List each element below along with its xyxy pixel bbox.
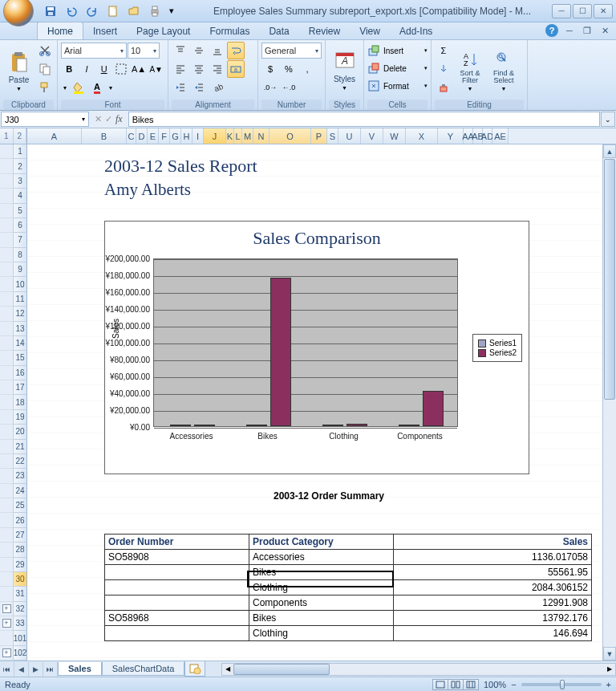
- insert-cells-button[interactable]: Insert▾: [367, 42, 428, 59]
- cell-order[interactable]: [105, 595, 249, 611]
- cell-order[interactable]: SO58908: [105, 550, 249, 565]
- fill-color-dropdown[interactable]: ▾: [61, 79, 69, 96]
- font-name-combo[interactable]: Arial▾: [61, 43, 127, 59]
- cell-order[interactable]: [105, 626, 249, 641]
- zoom-in-icon[interactable]: +: [606, 680, 611, 689]
- row-header-32[interactable]: 32: [14, 602, 27, 616]
- underline-icon[interactable]: U: [95, 60, 112, 78]
- minimize-button[interactable]: ─: [552, 4, 571, 18]
- row-header-28[interactable]: 28: [14, 543, 27, 557]
- row-header-15[interactable]: 15: [14, 351, 27, 365]
- scroll-up-icon[interactable]: ▲: [603, 144, 616, 158]
- tab-review[interactable]: Review: [299, 22, 350, 39]
- open-icon[interactable]: [125, 2, 143, 20]
- wrap-text-icon[interactable]: [227, 42, 245, 59]
- row-header-27[interactable]: 27: [14, 528, 27, 543]
- format-cells-button[interactable]: Format▾: [367, 77, 428, 95]
- close-doc-icon[interactable]: ✕: [598, 24, 611, 37]
- row-header-9[interactable]: 9: [14, 262, 27, 277]
- align-right-icon[interactable]: [209, 60, 226, 78]
- scroll-left-icon[interactable]: ◀: [222, 664, 233, 675]
- column-header-Y[interactable]: Y: [438, 128, 464, 144]
- cell-category[interactable]: Accessories: [249, 550, 394, 565]
- number-format-combo[interactable]: General▾: [261, 43, 322, 59]
- column-header-AE[interactable]: AE: [492, 128, 509, 144]
- row-header-18[interactable]: 18: [14, 395, 27, 409]
- outline-expand-icon[interactable]: +: [2, 648, 11, 657]
- row-header-33[interactable]: 33: [14, 616, 27, 631]
- bold-icon[interactable]: B: [61, 60, 78, 78]
- select-all-corner[interactable]: 12: [0, 128, 27, 144]
- cell-category[interactable]: Clothing: [249, 626, 394, 641]
- prev-sheet-icon[interactable]: ◀: [14, 662, 29, 677]
- italic-icon[interactable]: I: [79, 60, 95, 78]
- cell-sales[interactable]: 13792.176: [394, 611, 592, 626]
- row-header-31[interactable]: 31: [14, 587, 27, 601]
- page-layout-view-icon[interactable]: [448, 679, 464, 690]
- vertical-scrollbar[interactable]: ▲ ▼: [602, 144, 616, 661]
- increase-indent-icon[interactable]: [190, 79, 208, 96]
- row-header-101[interactable]: 101: [14, 631, 27, 645]
- tab-view[interactable]: View: [350, 22, 390, 39]
- increase-decimal-icon[interactable]: .0→: [261, 79, 279, 96]
- row-header-22[interactable]: 22: [14, 454, 27, 469]
- align-left-icon[interactable]: [172, 60, 189, 78]
- cell-order[interactable]: SO58968: [105, 611, 249, 626]
- row-header-21[interactable]: 21: [14, 440, 27, 454]
- column-header-G[interactable]: G: [170, 128, 181, 144]
- column-header-AD[interactable]: AD: [483, 128, 492, 144]
- align-center-icon[interactable]: [190, 60, 208, 78]
- restore-window-icon[interactable]: ❐: [581, 24, 594, 37]
- column-header-D[interactable]: D: [136, 128, 148, 144]
- enter-formula-icon[interactable]: ✓: [105, 114, 112, 124]
- cell-sales[interactable]: 1136.017058: [394, 550, 592, 565]
- tab-data[interactable]: Data: [259, 22, 298, 39]
- row-header-20[interactable]: 20: [14, 425, 27, 439]
- sort-filter-button[interactable]: AZ Sort & Filter▼: [454, 42, 486, 100]
- cancel-formula-icon[interactable]: ✕: [95, 114, 102, 124]
- row-header-11[interactable]: 11: [14, 292, 27, 307]
- zoom-label[interactable]: 100%: [484, 680, 506, 689]
- column-header-N[interactable]: N: [253, 128, 270, 144]
- column-header-I[interactable]: I: [192, 128, 204, 144]
- column-header-O[interactable]: O: [270, 128, 311, 144]
- font-color-icon[interactable]: A: [88, 79, 106, 96]
- expand-formula-bar-icon[interactable]: ⌄: [601, 112, 615, 127]
- paste-button[interactable]: Paste ▼: [3, 42, 34, 100]
- undo-icon[interactable]: [63, 2, 80, 20]
- cut-icon[interactable]: [36, 42, 54, 59]
- align-middle-icon[interactable]: [190, 42, 208, 59]
- find-select-button[interactable]: Find & Select▼: [488, 42, 520, 100]
- row-header-1[interactable]: 1: [14, 144, 27, 159]
- grid-area[interactable]: 2003-12 Sales Report Amy Alberts Sales C…: [27, 144, 616, 661]
- cell-category[interactable]: Bikes: [249, 611, 394, 626]
- column-header-S[interactable]: S: [327, 128, 338, 144]
- sheet-tab-saleschartdata[interactable]: SalesChartData: [102, 662, 185, 676]
- scroll-thumb[interactable]: [604, 159, 615, 400]
- close-button[interactable]: ✕: [594, 4, 613, 18]
- cell-sales[interactable]: 146.694: [394, 626, 592, 641]
- column-header-W[interactable]: W: [383, 128, 406, 144]
- formula-input[interactable]: Bikes: [128, 112, 600, 127]
- row-header-10[interactable]: 10: [14, 277, 27, 291]
- row-header-4[interactable]: 4: [14, 189, 27, 203]
- column-header-J[interactable]: J: [204, 128, 226, 144]
- qat-dropdown-icon[interactable]: ▾: [167, 2, 176, 20]
- scroll-down-icon[interactable]: ▼: [603, 647, 616, 661]
- outline-expand-icon[interactable]: +: [2, 619, 11, 628]
- fx-icon[interactable]: fx: [116, 113, 123, 125]
- comma-icon[interactable]: ,: [298, 60, 316, 78]
- quick-print-icon[interactable]: [146, 2, 164, 20]
- tab-page-layout[interactable]: Page Layout: [127, 22, 200, 39]
- column-header-C[interactable]: C: [127, 128, 136, 144]
- column-header-A[interactable]: A: [27, 128, 82, 144]
- column-header-M[interactable]: M: [242, 128, 253, 144]
- scroll-right-icon[interactable]: ▶: [604, 664, 615, 675]
- last-sheet-icon[interactable]: ⏭: [43, 662, 58, 677]
- row-header-19[interactable]: 19: [14, 410, 27, 425]
- accounting-icon[interactable]: $: [261, 60, 279, 78]
- horizontal-scrollbar[interactable]: ◀ ▶: [221, 663, 616, 676]
- format-painter-icon[interactable]: [36, 79, 54, 96]
- row-header-7[interactable]: 7: [14, 233, 27, 247]
- minimize-ribbon-icon[interactable]: ─: [563, 24, 576, 37]
